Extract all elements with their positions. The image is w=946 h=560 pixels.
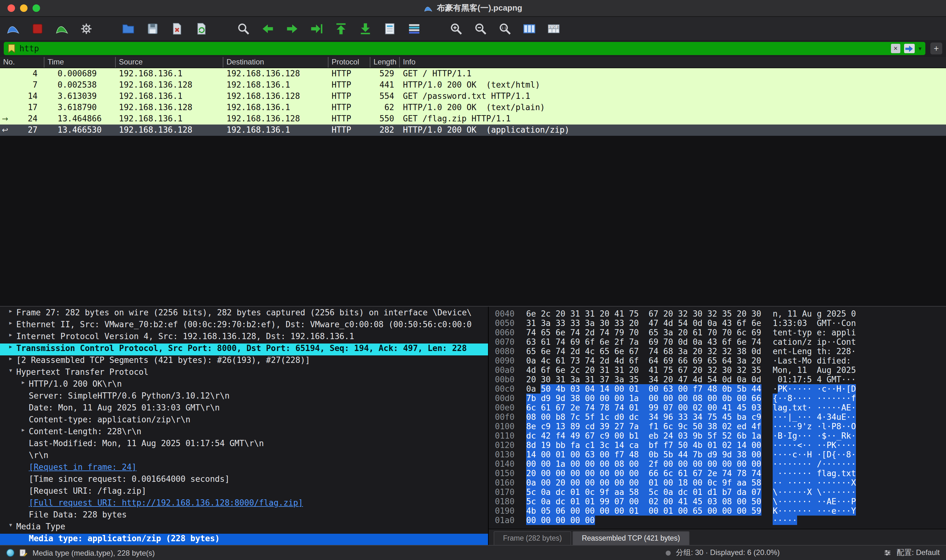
- previous-packet-icon[interactable]: [261, 22, 275, 35]
- detail-row[interactable]: ▸Content-Length: 228\r\n: [0, 427, 488, 438]
- tab-frame-282-bytes-[interactable]: Frame (282 bytes): [494, 531, 571, 545]
- first-packet-icon[interactable]: [334, 22, 348, 35]
- number-columns-icon[interactable]: 123: [547, 22, 561, 35]
- column-header-no[interactable]: No.: [0, 57, 44, 68]
- save-file-icon[interactable]: [146, 22, 160, 35]
- hex-row[interactable]: 00c00a 50 4b 03 04 14 00 01 00 63 00 f7 …: [495, 384, 946, 394]
- hex-row[interactable]: 00a04d 6f 6e 2c 20 31 31 20 41 75 67 20 …: [495, 365, 946, 375]
- minimize-window-button[interactable]: [20, 5, 28, 12]
- hex-row[interactable]: 015020 00 00 00 00 00 00 00 66 6c 61 67 …: [495, 469, 946, 478]
- packet-row[interactable]: 173.618790192.168.136.128192.168.136.1HT…: [0, 102, 946, 113]
- maximize-window-button[interactable]: [32, 5, 40, 12]
- detail-row[interactable]: [Request URI: /flag.zip]: [0, 486, 488, 498]
- hex-row[interactable]: 00d07b d9 9d 38 00 00 00 1a 00 00 00 08 …: [495, 394, 946, 403]
- clear-filter-icon[interactable]: ×: [891, 44, 900, 53]
- add-filter-button[interactable]: +: [931, 43, 942, 54]
- hex-row[interactable]: 00e06c 61 67 2e 74 78 74 01 99 07 00 02 …: [495, 403, 946, 412]
- detail-row[interactable]: ▸Frame 27: 282 bytes on wire (2256 bits)…: [0, 308, 488, 320]
- detail-row[interactable]: Content-type: application/zip\r\n: [0, 415, 488, 427]
- hex-row[interactable]: 007063 61 74 69 6f 6e 2f 7a 69 70 0d 0a …: [495, 337, 946, 347]
- column-header-protocol[interactable]: Protocol: [328, 57, 370, 68]
- hex-row[interactable]: 01705c 0a dc 01 0c 9f aa 58 5c 0a dc 01 …: [495, 488, 946, 497]
- next-packet-icon[interactable]: [285, 22, 299, 35]
- filter-dropdown-icon[interactable]: ▾: [918, 45, 921, 52]
- detail-row[interactable]: ▸Ethernet II, Src: VMware_70:b2:ef (00:0…: [0, 320, 488, 332]
- zoom-out-icon[interactable]: [474, 22, 488, 35]
- detail-row[interactable]: [Full request URI: http://192.168.136.12…: [0, 498, 488, 510]
- column-header-length[interactable]: Length: [370, 57, 399, 68]
- open-file-icon[interactable]: [122, 22, 135, 35]
- packet-row[interactable]: →2413.464866192.168.136.1192.168.136.128…: [0, 113, 946, 125]
- packet-row[interactable]: ↩2713.466530192.168.136.128192.168.136.1…: [0, 125, 946, 136]
- hex-row[interactable]: 0110dc 42 f4 49 67 c9 00 b1 eb 24 03 9b …: [495, 431, 946, 440]
- hex-row[interactable]: 006074 65 6e 74 2d 74 79 70 65 3a 20 61 …: [495, 328, 946, 337]
- column-header-destination[interactable]: Destination: [223, 57, 328, 68]
- expand-icon[interactable]: ▸: [5, 320, 16, 326]
- collapse-icon[interactable]: ▾: [5, 367, 16, 374]
- column-header-source[interactable]: Source: [115, 57, 223, 68]
- hex-row[interactable]: 00900a 4c 61 73 74 2d 4d 6f 64 69 66 69 …: [495, 356, 946, 365]
- go-to-packet-icon[interactable]: [310, 22, 323, 35]
- resize-columns-icon[interactable]: [522, 22, 536, 35]
- detail-row[interactable]: Media type: application/zip (228 bytes): [0, 534, 488, 545]
- restart-capture-icon[interactable]: [55, 22, 69, 35]
- expert-info-icon[interactable]: [6, 549, 14, 557]
- capture-comment-icon[interactable]: [19, 549, 28, 557]
- detail-row[interactable]: ▾Media Type: [0, 522, 488, 534]
- profile-icon[interactable]: [884, 549, 892, 557]
- detail-row[interactable]: Last-Modified: Mon, 11 Aug 2025 01:17:54…: [0, 438, 488, 451]
- expand-icon[interactable]: ▸: [5, 343, 16, 350]
- start-capture-icon[interactable]: [6, 22, 20, 35]
- zoom-100-icon[interactable]: 1:1: [498, 22, 512, 35]
- capture-options-icon[interactable]: [80, 22, 93, 35]
- hex-row[interactable]: 005031 3a 33 33 3a 30 33 20 47 4d 54 0d …: [495, 318, 946, 328]
- hex-row[interactable]: 01805c 0a dc 01 01 99 07 00 02 00 41 45 …: [495, 497, 946, 506]
- close-window-button[interactable]: [8, 5, 15, 12]
- expand-icon[interactable]: ▸: [17, 427, 29, 433]
- hex-row[interactable]: 01008e c9 13 89 cd 39 27 7a f1 6c 9c 50 …: [495, 422, 946, 431]
- collapse-icon[interactable]: ▾: [5, 522, 16, 528]
- hex-row[interactable]: 01a000 00 00 00 00·····: [495, 515, 946, 525]
- packet-row[interactable]: 40.000689192.168.136.1192.168.136.128HTT…: [0, 68, 946, 80]
- detail-row[interactable]: ▸Transmission Control Protocol, Src Port…: [0, 343, 488, 355]
- hex-row[interactable]: 008065 6e 74 2d 4c 65 6e 67 74 68 3a 20 …: [495, 347, 946, 356]
- detail-row[interactable]: ▸HTTP/1.0 200 OK\r\n: [0, 379, 488, 391]
- filter-input[interactable]: [19, 44, 887, 53]
- hex-row[interactable]: 01208d 19 bb fa c1 3c 14 ca bf f7 50 4b …: [495, 440, 946, 450]
- hex-row[interactable]: 01600a 00 20 00 00 00 00 00 01 00 18 00 …: [495, 478, 946, 488]
- expand-icon[interactable]: ▸: [5, 332, 16, 338]
- status-profile[interactable]: 配置: Default: [897, 548, 940, 558]
- stop-capture-icon[interactable]: [31, 22, 45, 35]
- coloring-rules-icon[interactable]: [407, 22, 421, 35]
- reload-file-icon[interactable]: [195, 22, 208, 35]
- hex-row[interactable]: 00f008 00 b8 7c 5f 1c d0 dc 34 96 33 34 …: [495, 412, 946, 422]
- detail-row[interactable]: ▾Hypertext Transfer Protocol: [0, 367, 488, 379]
- packet-row[interactable]: 143.613039192.168.136.1192.168.136.128HT…: [0, 91, 946, 102]
- filter-bookmark-icon[interactable]: [8, 44, 15, 53]
- detail-row[interactable]: Server: SimpleHTTP/0.6 Python/3.10.12\r\…: [0, 391, 488, 403]
- expand-icon[interactable]: ▸: [17, 379, 29, 385]
- hex-row[interactable]: 014000 00 1a 00 00 00 08 00 2f 00 00 00 …: [495, 459, 946, 469]
- detail-row[interactable]: \r\n: [0, 451, 488, 462]
- find-packet-icon[interactable]: [237, 22, 250, 35]
- column-header-info[interactable]: Info: [399, 57, 946, 68]
- expand-icon[interactable]: ▸: [5, 308, 16, 314]
- detail-row[interactable]: File Data: 228 bytes: [0, 510, 488, 522]
- last-packet-icon[interactable]: [358, 22, 372, 35]
- expand-icon[interactable]: ▸: [5, 355, 16, 362]
- tab-reassembled-tcp-421-bytes-[interactable]: Reassembled TCP (421 bytes): [572, 531, 689, 545]
- packet-row[interactable]: 70.002538192.168.136.128192.168.136.1HTT…: [0, 80, 946, 91]
- hex-row[interactable]: 013014 00 01 00 63 00 f7 48 0b 5b 44 7b …: [495, 450, 946, 459]
- close-file-icon[interactable]: [170, 22, 184, 35]
- hex-row[interactable]: 00406e 2c 20 31 31 20 41 75 67 20 32 30 …: [495, 309, 946, 318]
- apply-filter-icon[interactable]: [904, 44, 915, 53]
- hex-row[interactable]: 01904b 05 06 00 00 00 00 01 00 01 00 65 …: [495, 506, 946, 515]
- detail-row[interactable]: ▸[2 Reassembled TCP Segments (421 bytes)…: [0, 355, 488, 367]
- hex-row[interactable]: 00b020 30 31 3a 31 37 3a 35 34 20 47 4d …: [495, 375, 946, 384]
- zoom-in-icon[interactable]: [449, 22, 463, 35]
- detail-row[interactable]: [Time since request: 0.001664000 seconds…: [0, 474, 488, 486]
- column-header-time[interactable]: Time: [44, 57, 115, 68]
- detail-row[interactable]: ▸Internet Protocol Version 4, Src: 192.1…: [0, 332, 488, 343]
- autoscroll-icon[interactable]: [383, 22, 397, 35]
- detail-row[interactable]: Date: Mon, 11 Aug 2025 01:33:03 GMT\r\n: [0, 403, 488, 415]
